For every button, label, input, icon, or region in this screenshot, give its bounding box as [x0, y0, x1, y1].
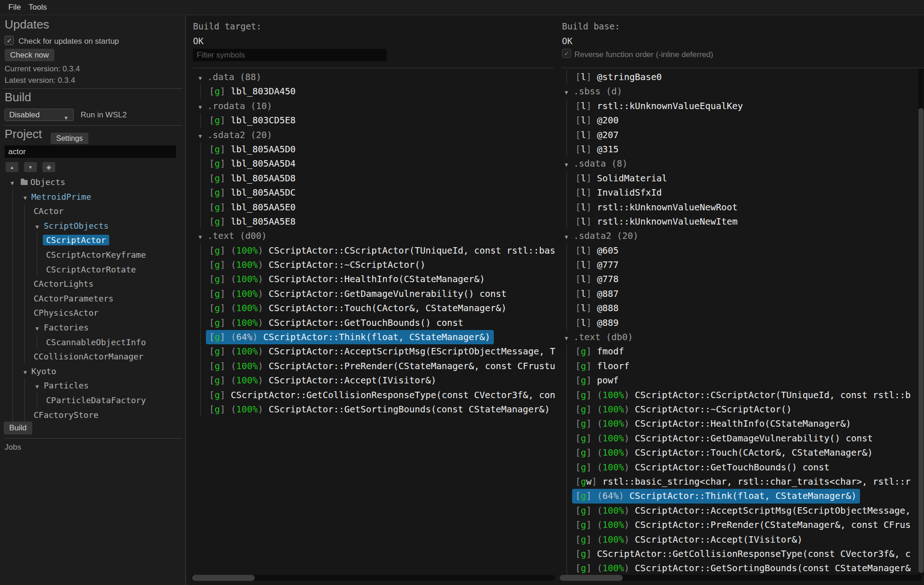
menu-file[interactable]: File [8, 3, 21, 12]
symbol-row[interactable]: [g] (100%) CScriptActor::Accept(IVisitor… [575, 533, 924, 547]
symbol-row[interactable]: [g] (100%) CScriptActor::PreRender(CStat… [575, 518, 924, 532]
symbol-row[interactable]: [g] lbl_803DA450 [209, 84, 556, 98]
section-header[interactable]: .text (d00) [199, 229, 556, 243]
project-settings-button[interactable]: Settings [51, 133, 88, 144]
tree-item[interactable]: Objects [0, 175, 186, 190]
symbol-row[interactable]: [g] (100%) CScriptActor::CScriptActor(TU… [209, 243, 556, 258]
build-mode-dropdown[interactable]: Disabled [5, 109, 74, 121]
vertical-scrollbar-thumb[interactable] [918, 108, 924, 573]
symbol-row[interactable]: [gw] rstl::basic_string<char, rstl::char… [575, 475, 924, 489]
collapse-arrow-icon[interactable] [199, 128, 207, 144]
symbol-row[interactable]: [g] lbl_805AA5DC [209, 185, 556, 200]
symbol-row[interactable]: [l] @777 [575, 258, 924, 272]
tree-item[interactable]: MetroidPrime [0, 190, 186, 204]
project-search-input[interactable] [5, 145, 176, 158]
symbol-row[interactable]: [g] (100%) CScriptActor::PreRender(CStat… [209, 359, 556, 373]
base-horizontal-scrollbar-thumb[interactable] [560, 575, 623, 581]
symbol-row[interactable]: [g] (100%) CScriptActor::HealthInfo(CSta… [575, 417, 924, 431]
collapse-arrow-icon[interactable] [23, 190, 31, 206]
symbol-row[interactable]: [l] SolidMaterial [575, 171, 924, 185]
collapse-arrow-icon[interactable] [199, 70, 207, 86]
check-updates-checkbox[interactable] [5, 36, 14, 45]
symbol-row[interactable]: [l] @887 [575, 287, 924, 301]
section-header[interactable]: .text (db0) [565, 330, 924, 344]
check-now-button[interactable]: Check now [5, 49, 54, 61]
symbol-row[interactable]: [l] @207 [575, 128, 924, 142]
symbol-row[interactable]: [g] floorf [575, 359, 924, 373]
tree-item[interactable]: CActorLights [0, 277, 186, 291]
base-horizontal-scrollbar[interactable] [560, 575, 922, 581]
symbol-row[interactable]: [g] lbl_805AA5E8 [209, 214, 556, 229]
symbol-row[interactable]: [l] @315 [575, 142, 924, 156]
symbol-row[interactable]: [l] @605 [575, 243, 924, 258]
symbol-row[interactable]: [l] @stringBase0 [575, 70, 924, 84]
symbol-row[interactable]: [g] (100%) CScriptActor::HealthInfo(CSta… [209, 272, 556, 286]
symbol-row[interactable]: [g] (100%) CScriptActor::GetTouchBounds(… [209, 316, 556, 330]
symbol-row[interactable]: [g] lbl_805AA5D0 [209, 142, 556, 156]
tree-item[interactable]: CFactoryStore [0, 408, 186, 423]
symbol-row[interactable]: [g] (100%) CScriptActor::GetTouchBounds(… [575, 460, 924, 475]
symbol-row[interactable]: [g] (100%) CScriptActor::Touch(CActor&, … [575, 446, 924, 460]
symbol-row[interactable]: [g] lbl_805AA5D4 [209, 156, 556, 171]
symbol-row[interactable]: [l] rstl::kUnknownValueNewItem [575, 214, 924, 229]
symbol-row[interactable]: [g] CScriptActor::GetCollisionResponseTy… [209, 388, 556, 402]
tree-item[interactable]: CActor [0, 204, 186, 219]
symbol-row[interactable]: [l] rstl::kUnknownValueNewRoot [575, 200, 924, 214]
symbol-row[interactable]: [g] (64%) CScriptActor::Think(float, CSt… [575, 489, 924, 503]
section-header[interactable]: .sdata (8) [565, 156, 924, 171]
tree-item[interactable]: CActorParameters [0, 291, 186, 306]
target-horizontal-scrollbar-thumb[interactable] [192, 575, 255, 581]
section-header[interactable]: .sdata2 (20) [565, 229, 924, 243]
collapse-arrow-icon[interactable] [35, 378, 44, 394]
symbol-row[interactable]: [g] (100%) CScriptActor::AcceptScriptMsg… [209, 344, 556, 359]
tree-item[interactable]: CPhysicsActor [0, 306, 186, 320]
menu-tools[interactable]: Tools [29, 3, 47, 12]
symbol-row[interactable]: [g] lbl_805AA5D8 [209, 171, 556, 185]
collapse-arrow-icon[interactable] [35, 219, 44, 235]
tree-item[interactable]: CScriptActorRotate [0, 262, 186, 277]
symbol-row[interactable]: [g] fmodf [575, 344, 924, 359]
symbol-row[interactable]: [g] (100%) CScriptActor::GetDamageVulner… [575, 431, 924, 446]
symbol-row[interactable]: [g] lbl_805AA5E0 [209, 200, 556, 214]
symbol-row[interactable]: [g] CScriptActor::GetCollisionResponseTy… [575, 547, 924, 561]
target-horizontal-scrollbar[interactable] [191, 575, 555, 581]
collapse-arrow-icon[interactable] [565, 156, 573, 172]
collapse-arrow-icon[interactable] [565, 84, 573, 100]
symbol-row[interactable]: [g] (100%) CScriptActor::CScriptActor(TU… [575, 388, 924, 402]
symbol-row[interactable]: [g] (100%) CScriptActor::~CScriptActor() [575, 402, 924, 417]
tree-item[interactable]: CParticleDataFactory [0, 393, 186, 408]
collapse-arrow-icon[interactable] [11, 175, 21, 191]
symbol-row[interactable]: [g] (100%) CScriptActor::GetSortingBound… [209, 402, 556, 417]
vertical-scrollbar[interactable] [918, 69, 924, 575]
symbol-row[interactable]: [g] lbl_803CD5E8 [209, 113, 556, 127]
section-header[interactable]: .rodata (10) [199, 99, 556, 113]
symbol-row[interactable]: [l] rstl::kUnknownValueEqualKey [575, 99, 924, 113]
section-header[interactable]: .sdata2 (20) [199, 128, 556, 142]
reverse-order-checkbox[interactable] [562, 49, 571, 58]
filter-symbols-input[interactable] [193, 49, 386, 61]
tree-item[interactable]: Factories [0, 320, 186, 335]
build-button[interactable]: Build [4, 422, 32, 434]
tree-item[interactable]: CCollisionActorManager [0, 349, 186, 364]
tree-item[interactable]: ScriptObjects [0, 219, 186, 233]
symbol-row[interactable]: [g] powf [575, 373, 924, 388]
symbol-row[interactable]: [g] (100%) CScriptActor::Accept(IVisitor… [209, 373, 556, 388]
section-header[interactable]: .data (88) [199, 70, 556, 84]
symbol-row[interactable]: [l] @889 [575, 316, 924, 330]
collapse-arrow-icon[interactable] [23, 364, 31, 380]
collapse-arrow-icon[interactable] [565, 229, 573, 244]
symbol-row[interactable]: [l] @888 [575, 301, 924, 315]
symbol-row[interactable]: [g] (100%) CScriptActor::AcceptScriptMsg… [575, 504, 924, 518]
collapse-arrow-icon[interactable] [35, 320, 44, 336]
symbol-row[interactable]: [g] (100%) CScriptActor::GetSortingBound… [575, 561, 924, 575]
expand-all-down-icon[interactable] [24, 162, 37, 172]
collapse-all-up-icon[interactable] [6, 162, 18, 172]
tree-item[interactable]: Particles [0, 378, 186, 393]
locate-selected-icon[interactable] [42, 162, 55, 172]
symbol-row[interactable]: [g] (100%) CScriptActor::Touch(CActor&, … [209, 301, 556, 315]
symbol-row[interactable]: [g] (64%) CScriptActor::Think(float, CSt… [209, 330, 556, 344]
symbol-row[interactable]: [l] @778 [575, 272, 924, 286]
tree-item[interactable]: CScriptActor [0, 233, 186, 248]
collapse-arrow-icon[interactable] [199, 99, 207, 115]
collapse-arrow-icon[interactable] [199, 229, 207, 244]
